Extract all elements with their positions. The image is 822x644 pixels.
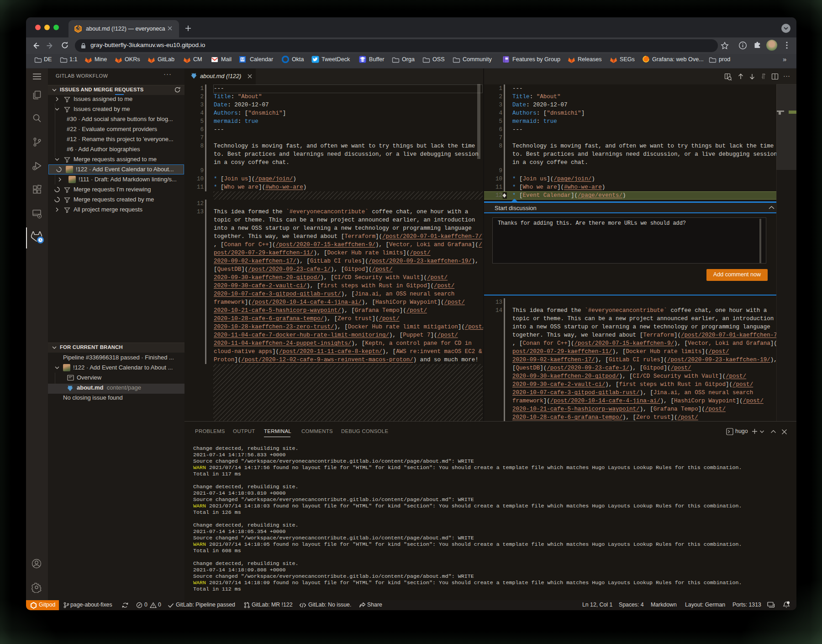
svg-text:12: 12 bbox=[241, 57, 244, 61]
